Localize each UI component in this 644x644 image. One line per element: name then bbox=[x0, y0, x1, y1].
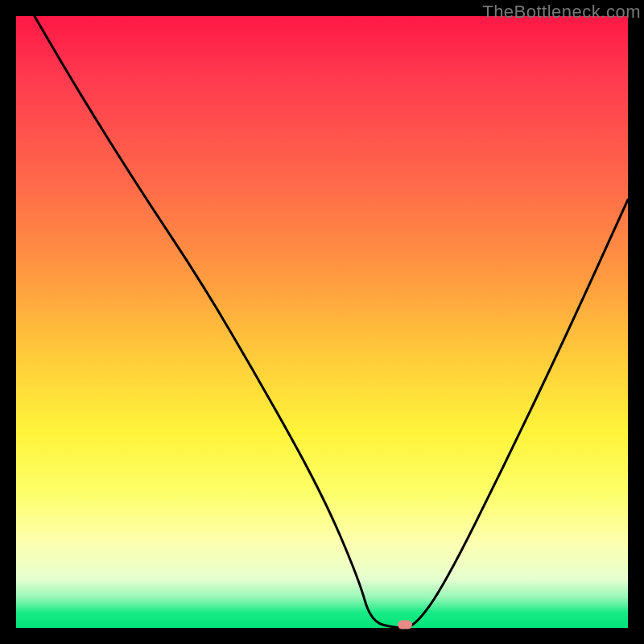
chart-frame: TheBottleneck.com bbox=[0, 0, 644, 644]
optimal-point-marker bbox=[398, 621, 412, 630]
plot-area bbox=[16, 16, 628, 628]
watermark-text: TheBottleneck.com bbox=[482, 2, 641, 23]
